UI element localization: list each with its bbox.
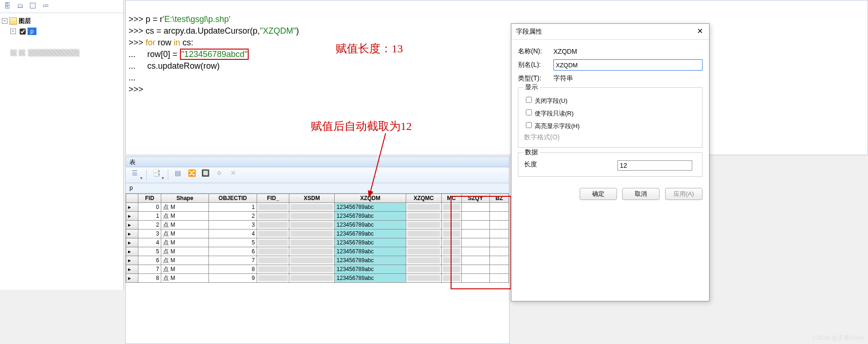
layer-visible-checkbox[interactable] [20,29,26,35]
arrow-icon [365,131,393,201]
grid[interactable]: FIDShapeOBJECTIDFID_XSDMXZQDMXZQMCMCSZQY… [126,194,509,283]
zoom-icon[interactable]: 🔲 [201,169,211,180]
col-XZQMC[interactable]: XZQMC [406,194,441,203]
related-icon[interactable]: 📑 [151,169,161,180]
apply-button[interactable]: 应用(A) [665,188,703,200]
layer-label[interactable]: p [28,28,36,35]
watermark: CSDN @天青Giser [812,334,864,342]
alias-label: 别名(L): [518,61,553,69]
highlight-checkbox[interactable] [526,122,532,128]
name-label: 名称(N): [518,47,553,56]
layers-panel: 🗄 🗂 🞎 ≔ −图层 −p [0,0,124,290]
layer-tree[interactable]: −图层 −p [0,13,123,61]
table-toolbar: ☰ 📑 ▤ 🔀 🔲 ⭘ ✕ [126,167,509,183]
name-value: XZQDM [553,48,577,55]
table-row[interactable]: ▸0点 M1123456789abc [126,203,509,212]
length-label: 长度 [524,160,617,171]
alias-input[interactable] [553,59,703,71]
group-data: 数据 长度 [518,152,703,177]
table-row[interactable]: ▸7点 M8123456789abc [126,265,509,274]
length-input[interactable] [617,160,692,171]
table-title: 表 [126,157,509,167]
col-Shape[interactable]: Shape [161,194,208,203]
readonly-checkbox[interactable] [526,109,532,115]
col-FID_[interactable]: FID_ [257,194,289,203]
expand-icon[interactable]: − [2,18,7,24]
layers-toolbar: 🗄 🗂 🞎 ≔ [0,0,123,13]
toolbar-icon[interactable]: ≔ [42,2,50,10]
delete-icon[interactable]: ✕ [228,169,238,180]
col-BZ[interactable]: BZ [489,194,509,203]
annotation-assign-len: 赋值长度：13 [336,41,403,56]
xzqdm-cell[interactable]: 123456789abc [335,221,406,229]
toolbar-icon[interactable]: 🗂 [16,2,24,10]
table-row[interactable]: ▸8点 M9123456789abc [126,274,509,283]
table-row[interactable]: ▸6点 M7123456789abc [126,256,509,265]
select-icon[interactable]: ▤ [173,169,183,180]
table-row[interactable]: ▸2点 M3123456789abc [126,221,509,229]
table-row[interactable]: ▸1点 M2123456789abc [126,212,509,221]
annotation-auto-trunc: 赋值后自动截取为12 [311,119,412,134]
field-properties-dialog: 字段属性 ✕ 名称(N):XZQDM 别名(L): 类型(T):字符串 显示 关… [511,23,710,301]
literal-highlight: "123456789abcd" [180,49,249,60]
type-label: 类型(T): [518,74,553,83]
xzqdm-cell[interactable]: 123456789abc [335,247,406,256]
attribute-table: 表 ☰ 📑 ▤ 🔀 🔲 ⭘ ✕ p FIDShapeOBJECTIDFID_XS… [125,157,509,344]
type-value: 字符串 [553,74,573,83]
menu-icon[interactable]: ☰ [129,169,140,180]
cancel-button[interactable]: 取消 [622,188,660,200]
toolbar-icon[interactable]: 🞎 [29,2,37,10]
col-FID[interactable]: FID [138,194,161,203]
col-OBJECTID[interactable]: OBJECTID [208,194,257,203]
close-icon[interactable]: ✕ [694,26,705,37]
number-format-label: 数字格式(O) [524,133,696,142]
table-tab[interactable]: p [126,183,509,194]
toolbar-icon[interactable]: 🗄 [3,2,11,10]
layers-icon [9,17,17,25]
close-field-checkbox[interactable] [526,97,532,103]
col-XSDM[interactable]: XSDM [289,194,335,203]
expand-icon[interactable]: − [10,29,16,34]
switch-icon[interactable]: 🔀 [187,169,197,180]
highlight-icon[interactable]: ⭘ [214,169,224,180]
table-row[interactable]: ▸3点 M4123456789abc [126,229,509,238]
xzqdm-cell[interactable]: 123456789abc [335,203,406,212]
col-SZQY[interactable]: SZQY [461,194,489,203]
xzqdm-cell[interactable]: 123456789abc [335,212,406,221]
tree-root-label: 图层 [19,17,31,25]
xzqdm-cell[interactable]: 123456789abc [335,274,406,283]
xzqdm-cell[interactable]: 123456789abc [335,256,406,265]
ok-button[interactable]: 确定 [580,188,617,200]
xzqdm-cell[interactable]: 123456789abc [335,238,406,247]
col-rowhead[interactable] [126,194,138,203]
xzqdm-cell[interactable]: 123456789abc [335,265,406,274]
table-row[interactable]: ▸4点 M5123456789abc [126,238,509,247]
col-MC[interactable]: MC [441,194,461,203]
xzqdm-cell[interactable]: 123456789abc [335,229,406,238]
python-console[interactable]: >>> p = r'E:\test\gsgl\p.shp' >>> cs = a… [125,0,868,155]
svg-line-0 [369,133,386,196]
group-display: 显示 关闭字段(U) 使字段只读(R) 高亮显示字段(H) 数字格式(O) [518,87,703,148]
dialog-title: 字段属性 [516,28,542,35]
table-row[interactable]: ▸5点 M6123456789abc [126,247,509,256]
